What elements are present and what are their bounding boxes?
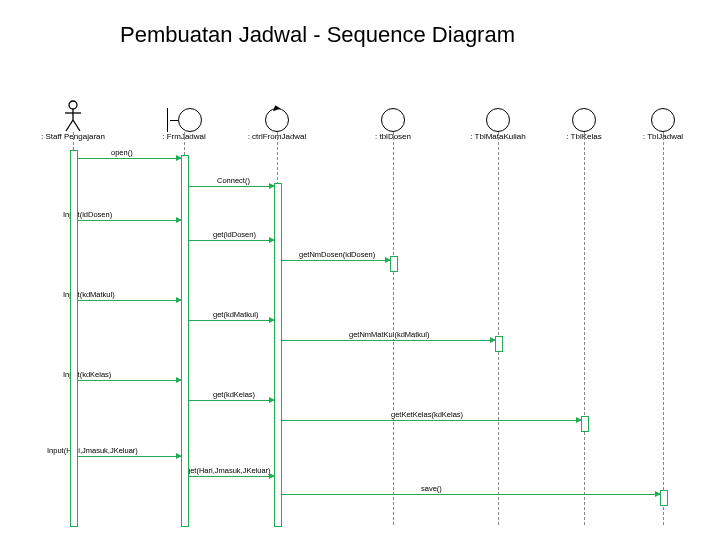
lifeline-dash	[584, 132, 585, 525]
svg-line-3	[66, 120, 73, 131]
arrow-get-kelas	[189, 400, 274, 401]
entity-icon	[486, 108, 510, 132]
activation-kelas	[581, 416, 589, 432]
msg-get-matkul: get(kdMatkul)	[212, 310, 259, 319]
actor-icon	[64, 100, 82, 132]
lifeline-dash	[498, 132, 499, 525]
control-icon	[265, 108, 289, 132]
activation-frm	[181, 155, 189, 527]
lifeline-dash	[393, 132, 394, 525]
entity-icon	[381, 108, 405, 132]
msg-get-kelas: get(kdKelas)	[212, 390, 256, 399]
activation-actor	[70, 150, 78, 527]
entity-icon	[572, 108, 596, 132]
arrow-get-hari	[189, 476, 274, 477]
msg-open: open()	[110, 148, 134, 157]
arrow-in-kelas	[78, 380, 181, 381]
activation-jadwal	[660, 490, 668, 506]
arrow-getket-kelas	[282, 420, 581, 421]
arrow-get-dosen	[189, 240, 274, 241]
entity-icon	[651, 108, 675, 132]
lifeline-dash	[663, 132, 664, 525]
msg-getket-kelas: getKetKelas(kdKelas)	[390, 410, 464, 419]
arrow-get-matkul	[189, 320, 274, 321]
arrow-getnm-matkul	[282, 340, 495, 341]
msg-getnm-dosen: getNmDosen(idDosen)	[298, 250, 376, 259]
msg-get-dosen: get(idDosen)	[212, 230, 257, 239]
msg-connect: Connect()	[216, 176, 251, 185]
svg-line-4	[73, 120, 80, 131]
msg-in-hari: Input(Hari,Jmasuk,JKeluar)	[46, 446, 139, 455]
msg-save: save()	[420, 484, 443, 493]
arrow-open	[78, 158, 181, 159]
arrow-connect	[189, 186, 274, 187]
boundary-icon	[167, 108, 202, 132]
arrow-save	[282, 494, 660, 495]
svg-point-0	[69, 101, 77, 109]
activation-dosen	[390, 256, 398, 272]
activation-matkul	[495, 336, 503, 352]
msg-get-hari: get(Hari,Jmasuk,JKeluar)	[185, 466, 272, 475]
msg-getnm-matkul: getNmMatKul(kdMatkul)	[348, 330, 430, 339]
arrow-in-dosen	[78, 220, 181, 221]
arrow-in-matkul	[78, 300, 181, 301]
activation-ctrl	[274, 183, 282, 527]
arrow-getnm-dosen	[282, 260, 390, 261]
arrow-in-hari	[78, 456, 181, 457]
diagram-title: Pembuatan Jadwal - Sequence Diagram	[120, 22, 515, 48]
